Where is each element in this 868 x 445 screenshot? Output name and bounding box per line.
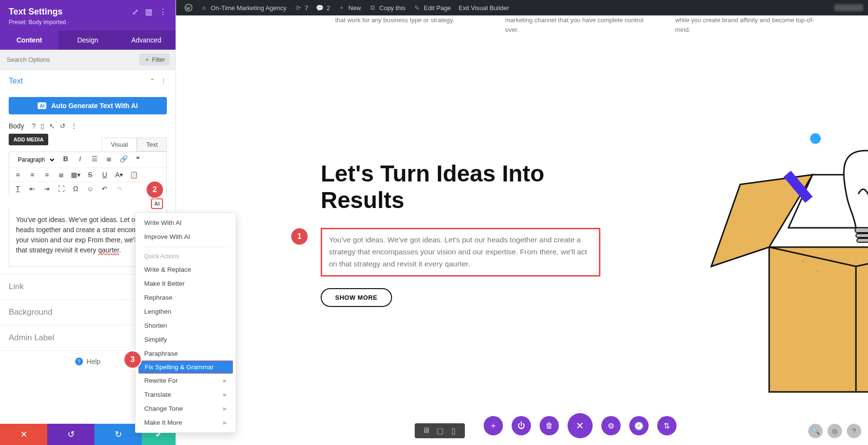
- align-center-icon[interactable]: ≡: [27, 171, 37, 179]
- editor-tab-visual[interactable]: Visual: [102, 138, 137, 152]
- body-label: Body: [9, 122, 24, 130]
- edit-page[interactable]: ✎Edit Page: [409, 0, 455, 15]
- ai-translate[interactable]: Translate▶: [136, 388, 236, 402]
- step-bubble-1: 1: [291, 228, 308, 245]
- editor-tab-text[interactable]: Text: [137, 138, 167, 152]
- add-media-button[interactable]: ADD MEDIA: [9, 134, 48, 145]
- align-justify-icon[interactable]: ≣: [56, 171, 66, 179]
- ai-paraphrase[interactable]: Paraphrase: [136, 347, 236, 361]
- settings-button[interactable]: ⚙: [601, 416, 621, 435]
- phone-icon[interactable]: ▯: [447, 426, 460, 435]
- ai-improve[interactable]: Improve With AI: [136, 230, 236, 244]
- layers-round-icon[interactable]: ◎: [827, 424, 842, 438]
- text-section-header[interactable]: Text ⌃ ⋮: [0, 70, 176, 92]
- ai-better[interactable]: Make It Better: [136, 277, 236, 291]
- more-dots-icon[interactable]: ⋮: [70, 122, 77, 130]
- comments[interactable]: 💬2: [312, 0, 334, 15]
- chevron-up-icon[interactable]: ⌃: [149, 77, 155, 85]
- hover-icon[interactable]: ↖: [49, 122, 55, 130]
- exit-visual-builder[interactable]: Exit Visual Builder: [455, 0, 513, 15]
- align-right-icon[interactable]: ≡: [42, 171, 52, 179]
- ai-tone[interactable]: Change Tone▶: [136, 402, 236, 416]
- editor-toolbar-2: ≡ ≡ ≡ ≣ ▦▾ S U A▾ 📋: [9, 167, 167, 181]
- emoji-icon[interactable]: ☺: [85, 185, 95, 193]
- outdent-icon[interactable]: ⇤: [27, 185, 37, 193]
- ol-icon[interactable]: ≣: [104, 155, 114, 165]
- tab-design[interactable]: Design: [58, 30, 117, 50]
- tablet-icon[interactable]: ▢: [433, 426, 447, 435]
- help-label: Help: [87, 358, 101, 365]
- admin-bar: ⌾On-Time Marketing Agency ⟳7 💬2 ＋New ⧉Co…: [176, 0, 868, 15]
- svg-point-11: [802, 261, 803, 262]
- swap-button[interactable]: ⇅: [657, 416, 677, 435]
- show-more-button[interactable]: SHOW MORE: [321, 288, 392, 307]
- link-icon[interactable]: 🔗: [119, 155, 128, 165]
- add-button[interactable]: ＋: [484, 416, 503, 435]
- svg-rect-10: [857, 238, 868, 242]
- chevron-right-icon: ▶: [223, 378, 227, 383]
- more-icon[interactable]: ⋮: [159, 7, 167, 16]
- new[interactable]: ＋New: [334, 0, 365, 15]
- power-button[interactable]: ⏻: [512, 416, 531, 435]
- kebab-icon[interactable]: ⋮: [160, 77, 167, 85]
- updates[interactable]: ⟳7: [290, 0, 312, 15]
- filter-button[interactable]: ＋Filter: [139, 54, 170, 66]
- close-builder-button[interactable]: ✕: [568, 413, 593, 438]
- bold-icon[interactable]: B: [61, 155, 70, 165]
- quote-icon[interactable]: ❝: [133, 155, 143, 165]
- underline-icon[interactable]: U: [100, 171, 109, 179]
- undo-icon[interactable]: ↶: [100, 185, 109, 193]
- search-input[interactable]: [6, 56, 139, 64]
- ai-write[interactable]: Write With AI: [136, 216, 236, 230]
- help-round-icon[interactable]: ?: [847, 424, 861, 438]
- wp-logo[interactable]: [181, 0, 196, 15]
- svg-point-13: [831, 259, 832, 260]
- expand-icon[interactable]: ⤢: [132, 7, 138, 16]
- trash-button[interactable]: 🗑: [540, 416, 559, 435]
- help-icon[interactable]: ?: [32, 122, 36, 130]
- svg-rect-9: [856, 234, 868, 237]
- fullscreen-icon[interactable]: ⛶: [56, 185, 66, 193]
- ai-rephrase[interactable]: Rephrase: [136, 291, 236, 305]
- paragraph-select[interactable]: Paragraph: [13, 155, 56, 165]
- auto-generate-ai-button[interactable]: AI Auto Generate Text With AI: [9, 97, 167, 114]
- omega-icon[interactable]: Ω: [71, 185, 81, 193]
- ai-lengthen[interactable]: Lengthen: [136, 305, 236, 319]
- copy-this[interactable]: ⧉Copy this: [365, 0, 409, 15]
- reset-icon[interactable]: ↺: [60, 122, 66, 130]
- search-round-icon[interactable]: 🔍: [808, 424, 823, 438]
- undo-button[interactable]: ↺: [47, 424, 95, 445]
- strike-icon[interactable]: S: [85, 171, 95, 179]
- mobile-icon[interactable]: ▯: [41, 122, 44, 130]
- ai-rewrite-for[interactable]: Rewrite For▶: [136, 374, 236, 388]
- history-button[interactable]: 🕘: [629, 416, 649, 435]
- align-left-icon[interactable]: ≡: [13, 171, 23, 179]
- section-label: Text: [9, 77, 23, 85]
- sidebar-title: Text Settings: [9, 7, 132, 17]
- desktop-icon[interactable]: 🖥: [420, 426, 433, 435]
- indent-icon[interactable]: ⇥: [42, 185, 52, 193]
- hero-section: Let's Turn Ideas Into Results You've got…: [321, 160, 600, 307]
- chevron-right-icon: ▶: [223, 406, 227, 411]
- textcolor-icon[interactable]: A▾: [114, 171, 124, 179]
- tab-content[interactable]: Content: [0, 30, 58, 50]
- tab-advanced[interactable]: Advanced: [117, 30, 176, 50]
- ai-fix-spelling[interactable]: Fix Spelling & Grammar: [138, 361, 233, 374]
- paste-icon[interactable]: 📋: [129, 171, 138, 179]
- ai-toolbar-icon[interactable]: AI: [151, 198, 163, 209]
- italic-icon[interactable]: I: [75, 155, 85, 165]
- hero-paragraph[interactable]: You've got ideas. We've got ideas. Let's…: [321, 228, 600, 276]
- clear-icon[interactable]: T: [13, 185, 23, 193]
- ai-simplify[interactable]: Simplify: [136, 333, 236, 347]
- preset-line[interactable]: Preset: Body imported ·: [9, 19, 167, 26]
- columns-icon[interactable]: ▥: [145, 7, 152, 16]
- ul-icon[interactable]: ☰: [90, 155, 99, 165]
- ai-shorten[interactable]: Shorten: [136, 319, 236, 333]
- search-row: ＋Filter: [0, 50, 176, 70]
- redo-icon[interactable]: ↷: [114, 185, 124, 193]
- ai-replace[interactable]: Write & Replace: [136, 263, 236, 277]
- site-name[interactable]: ⌾On-Time Marketing Agency: [196, 0, 290, 15]
- close-button[interactable]: ✕: [0, 424, 47, 445]
- table-icon[interactable]: ▦▾: [71, 171, 81, 179]
- ai-more[interactable]: Make It More▶: [136, 416, 236, 430]
